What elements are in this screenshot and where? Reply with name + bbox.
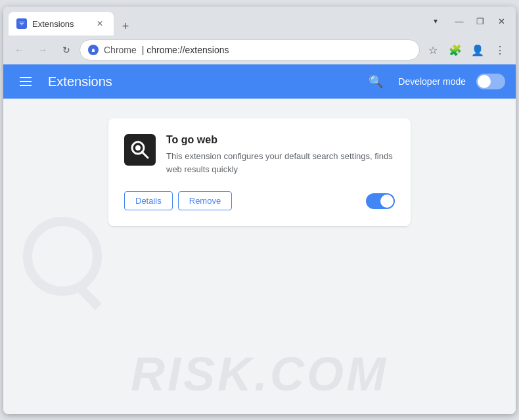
svg-line-3 <box>142 152 148 158</box>
refresh-button[interactable]: ↻ <box>56 39 77 60</box>
extension-icon <box>124 134 156 166</box>
remove-button[interactable]: Remove <box>178 191 232 210</box>
tab-favicon <box>16 18 27 29</box>
profile-button[interactable]: 👤 <box>467 39 488 60</box>
toolbar-icons: ☆ 🧩 👤 ⋮ <box>422 39 510 60</box>
header-search-button[interactable]: 🔍 <box>364 70 388 93</box>
back-button[interactable]: ← <box>9 39 30 60</box>
extension-name: To go web <box>166 134 395 146</box>
page-title: Extensions <box>48 74 353 89</box>
details-button[interactable]: Details <box>124 191 173 210</box>
main-content: To go web This extension configures your… <box>3 99 516 414</box>
forward-button[interactable]: → <box>32 39 53 60</box>
site-security-icon <box>88 45 99 55</box>
toggle-knob <box>478 75 491 88</box>
menu-button[interactable]: ⋮ <box>489 39 510 60</box>
minimize-button[interactable]: — <box>450 12 468 30</box>
tab-title: Extensions <box>32 19 89 29</box>
watermark-search-icon <box>23 217 102 296</box>
extensions-button[interactable]: 🧩 <box>445 39 466 60</box>
title-bar: Extensions ✕ + ▾ — ❐ ✕ <box>3 7 516 35</box>
new-tab-button[interactable]: + <box>116 17 135 35</box>
extension-toggle[interactable] <box>366 193 395 209</box>
tab-close-button[interactable]: ✕ <box>94 18 106 30</box>
extension-toggle-knob <box>380 195 394 208</box>
address-text: Chrome | chrome://extensions <box>104 45 411 55</box>
active-tab[interactable]: Extensions ✕ <box>9 12 114 35</box>
card-top: To go web This extension configures your… <box>124 134 395 175</box>
developer-mode-toggle[interactable] <box>476 74 505 89</box>
svg-point-4 <box>135 145 141 151</box>
tab-dropdown-button[interactable]: ▾ <box>426 12 445 30</box>
maximize-button[interactable]: ❐ <box>471 12 489 30</box>
hamburger-icon <box>20 77 32 86</box>
svg-rect-1 <box>92 50 95 52</box>
extension-description: This extension configures your default s… <box>166 150 395 175</box>
watermark-text: RISK.COM <box>131 347 388 401</box>
extensions-header: Extensions 🔍 Developer mode <box>3 64 516 99</box>
extension-info: To go web This extension configures your… <box>166 134 395 175</box>
window-controls: — ❐ ✕ <box>450 12 510 30</box>
sidebar-toggle-button[interactable] <box>14 70 37 93</box>
card-bottom: Details Remove <box>124 191 395 210</box>
nav-bar: ← → ↻ Chrome | chrome://extensions ☆ 🧩 👤… <box>3 35 516 64</box>
tab-strip: Extensions ✕ + <box>9 7 426 35</box>
address-bar[interactable]: Chrome | chrome://extensions <box>79 39 420 60</box>
close-button[interactable]: ✕ <box>492 12 510 30</box>
dev-mode-label: Developer mode <box>398 76 466 87</box>
extension-card: To go web This extension configures your… <box>108 118 411 226</box>
bookmark-button[interactable]: ☆ <box>422 39 443 60</box>
